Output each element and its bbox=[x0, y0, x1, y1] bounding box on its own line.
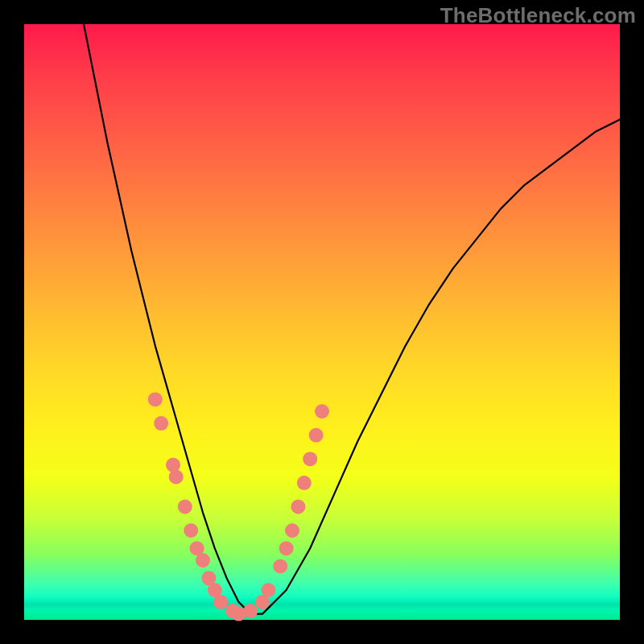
valley-dot bbox=[303, 452, 317, 466]
valley-dot bbox=[297, 476, 312, 490]
valley-dot bbox=[291, 499, 305, 514]
valley-dots-group bbox=[148, 392, 329, 621]
valley-dot bbox=[279, 541, 294, 555]
chart-stage: TheBottleneck.com bbox=[0, 0, 644, 644]
valley-dot bbox=[154, 416, 168, 431]
valley-dot bbox=[169, 469, 184, 484]
valley-dot bbox=[285, 523, 299, 538]
valley-dot bbox=[273, 559, 287, 573]
valley-dot bbox=[315, 404, 329, 419]
valley-dot bbox=[261, 583, 275, 597]
valley-dot bbox=[213, 595, 228, 609]
bottleneck-curve bbox=[84, 24, 620, 614]
plot-area bbox=[24, 24, 620, 620]
valley-dot bbox=[184, 523, 198, 538]
valley-dot bbox=[243, 604, 258, 618]
valley-dot bbox=[309, 428, 324, 443]
valley-dot bbox=[178, 499, 192, 514]
curve-svg bbox=[24, 24, 620, 620]
valley-dot bbox=[148, 392, 163, 407]
valley-dot bbox=[196, 553, 210, 568]
